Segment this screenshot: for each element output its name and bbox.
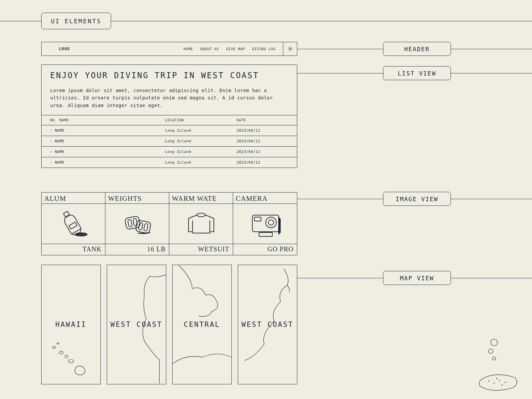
list-view-table: NO. NAME LOCATION DATE ›NAME Long Island…	[42, 115, 297, 168]
table-row[interactable]: ›NAME Long Island 2023/04/11	[42, 125, 297, 136]
map-card-label: WEST COAST	[110, 321, 162, 329]
svg-point-25	[488, 349, 493, 353]
section-label-text: IMAGE VIEW	[396, 196, 438, 202]
settings-button[interactable]	[283, 42, 297, 56]
map-card-central[interactable]: CENTRAL	[172, 265, 232, 384]
svg-rect-18	[259, 232, 272, 236]
image-card-bottom: WETSUIT	[169, 244, 233, 255]
table-header-row: NO. NAME LOCATION DATE	[42, 115, 297, 125]
chevron-right-icon: ›	[50, 139, 54, 143]
list-view-title: ENJOY YOUR DIVING TRIP IN WEST COAST	[42, 65, 297, 83]
weights-icon	[119, 207, 156, 240]
cell-location: Long Island	[157, 157, 228, 168]
svg-rect-9	[135, 220, 151, 234]
cell-location: Long Island	[157, 125, 228, 136]
camera-icon	[245, 207, 285, 240]
connector-line	[297, 199, 383, 199]
cell-location: Long Island	[157, 147, 228, 157]
image-card[interactable]: ALUM TANK	[42, 193, 105, 255]
cell-date: 2023/04/11	[228, 147, 297, 157]
map-card-label: WEST COAST	[241, 321, 293, 329]
table-row[interactable]: ›NAME Long Island 2023/04/11	[42, 157, 297, 168]
section-label-image-view: IMAGE VIEW	[383, 192, 451, 206]
connector-line	[451, 278, 532, 278]
image-card-bottom: 16 LB	[105, 244, 169, 255]
nav-link-dive-map[interactable]: DIVE MAP	[226, 47, 245, 51]
section-label-header: HEADER	[383, 42, 451, 56]
cell-date: 2023/04/11	[228, 136, 297, 147]
connector-line	[297, 278, 383, 278]
image-card[interactable]: WEIGHTS 16 LB	[105, 193, 169, 255]
svg-rect-17	[254, 217, 261, 221]
image-card-bottom: TANK	[42, 244, 105, 255]
col-location: LOCATION	[157, 115, 228, 125]
image-card-top: WARM WATE	[169, 193, 233, 203]
svg-point-28	[494, 383, 494, 383]
chevron-right-icon: ›	[50, 150, 54, 154]
image-card-top: WEIGHTS	[105, 193, 169, 203]
cell-date: 2023/04/11	[228, 157, 297, 168]
image-card-top: CAMERA	[233, 193, 297, 203]
svg-point-24	[491, 339, 497, 346]
image-card[interactable]: CAMERA GO PRO	[233, 193, 297, 255]
map-view-grid: HAWAII WEST COAST CENTRAL WEST COAST	[41, 265, 297, 384]
gear-icon	[287, 46, 293, 52]
svg-point-19	[52, 346, 56, 348]
chevron-right-icon: ›	[50, 129, 54, 132]
col-no-name: NO. NAME	[42, 115, 157, 125]
list-view-body: Lorem ipsum dolor sit amet, consectetur …	[42, 83, 297, 115]
logo[interactable]: LOGO	[59, 47, 70, 51]
map-card-west-coast[interactable]: WEST COAST	[107, 265, 166, 384]
svg-point-16	[268, 220, 274, 225]
svg-point-31	[496, 378, 497, 379]
cell-name: NAME	[55, 160, 65, 165]
connector-line	[297, 49, 383, 49]
nav-link-home[interactable]: HOME	[184, 47, 193, 51]
section-label-text: LIST VIEW	[398, 70, 436, 77]
svg-point-5	[75, 233, 87, 236]
table-row[interactable]: ›NAME Long Island 2023/04/11	[42, 136, 297, 147]
cell-name: NAME	[55, 150, 65, 154]
list-view-panel: ENJOY YOUR DIVING TRIP IN WEST COAST Lor…	[41, 65, 297, 168]
map-card-hawaii[interactable]: HAWAII	[41, 265, 101, 384]
connector-line	[451, 49, 532, 49]
section-label-text: MAP VIEW	[400, 275, 434, 282]
svg-rect-10	[138, 222, 143, 230]
cell-name: NAME	[55, 128, 65, 133]
cell-location: Long Island	[157, 136, 228, 147]
svg-point-20	[59, 351, 63, 354]
nav-link-about[interactable]: ABOUT US	[200, 47, 219, 51]
connector-line	[451, 199, 532, 199]
section-label-text: HEADER	[404, 46, 430, 53]
page-title: UI ELEMENTS	[41, 13, 111, 29]
bubbles-decoration-icon	[462, 332, 522, 392]
cell-name: NAME	[55, 139, 65, 143]
page-title-text: UI ELEMENTS	[51, 18, 101, 25]
connector-line	[451, 73, 532, 73]
svg-point-21	[65, 355, 68, 358]
svg-point-15	[266, 217, 276, 228]
svg-point-22	[68, 359, 74, 363]
map-card-east-coast[interactable]: WEST COAST	[238, 265, 297, 384]
image-card-top: ALUM	[42, 193, 105, 203]
header-nav: HOME ABOUT US DIVE MAP DIVING LOG	[184, 47, 276, 51]
connector-line	[297, 73, 383, 73]
nav-link-diving-log[interactable]: DIVING LOG	[252, 47, 276, 51]
chevron-right-icon: ›	[50, 161, 54, 164]
table-row[interactable]: ›NAME Long Island 2023/04/11	[42, 147, 297, 157]
svg-point-29	[499, 380, 500, 381]
wetsuit-icon	[181, 207, 221, 240]
header-bar: LOGO HOME ABOUT US DIVE MAP DIVING LOG	[41, 42, 297, 56]
svg-rect-6	[124, 216, 140, 230]
image-card-bottom: GO PRO	[233, 244, 297, 255]
svg-point-0	[289, 48, 291, 50]
svg-point-32	[502, 385, 502, 385]
image-card[interactable]: WARM WATE WETSUIT	[169, 193, 233, 255]
image-view-grid: ALUM TANK WEIGHTS	[41, 192, 297, 255]
svg-rect-3	[69, 222, 77, 229]
svg-point-27	[488, 381, 489, 381]
scuba-tank-icon	[55, 207, 92, 240]
svg-point-26	[492, 357, 496, 360]
section-label-list-view: LIST VIEW	[383, 66, 451, 80]
cell-date: 2023/04/11	[228, 125, 297, 136]
